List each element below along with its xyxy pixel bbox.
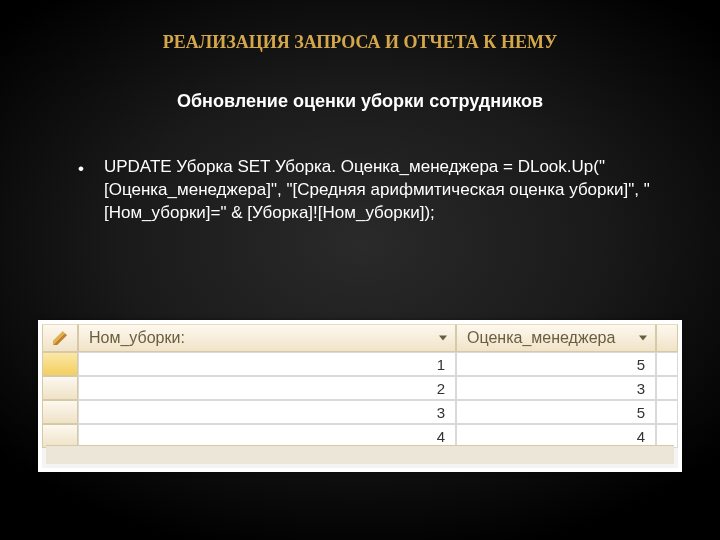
dropdown-icon[interactable] <box>439 336 447 341</box>
grid-footer <box>46 445 674 464</box>
access-table-screenshot: Ном_уборки: Оценка_менеджера 1 5 2 3 <box>38 320 682 472</box>
row-selector[interactable] <box>42 376 78 400</box>
cell-nom[interactable]: 2 <box>78 376 456 400</box>
pencil-icon <box>53 331 67 345</box>
cell-score[interactable]: 3 <box>456 376 656 400</box>
row-selector-header[interactable] <box>42 324 78 352</box>
cell-score[interactable]: 5 <box>456 400 656 424</box>
slide-subtitle: Обновление оценки уборки сотрудников <box>0 91 720 112</box>
column-header-score-label: Оценка_менеджера <box>457 329 615 347</box>
column-header-nom[interactable]: Ном_уборки: <box>78 324 456 352</box>
bullet-dot-icon: • <box>78 158 84 181</box>
cell-nom[interactable]: 3 <box>78 400 456 424</box>
cell-score[interactable]: 5 <box>456 352 656 376</box>
cell-extra[interactable] <box>656 400 678 424</box>
sql-bullet: • UPDATE Уборка SET Уборка. Оценка_менед… <box>0 156 720 225</box>
column-header-score[interactable]: Оценка_менеджера <box>456 324 656 352</box>
slide: РЕАЛИЗАЦИЯ ЗАПРОСА И ОТЧЕТА К НЕМУ Обнов… <box>0 0 720 540</box>
cell-extra[interactable] <box>656 352 678 376</box>
cell-extra[interactable] <box>656 376 678 400</box>
cell-nom[interactable]: 1 <box>78 352 456 376</box>
column-header-extra[interactable] <box>656 324 678 352</box>
dropdown-icon[interactable] <box>639 336 647 341</box>
row-selector[interactable] <box>42 400 78 424</box>
data-grid: Ном_уборки: Оценка_менеджера 1 5 2 3 <box>42 324 678 448</box>
row-selector[interactable] <box>42 352 78 376</box>
slide-title: РЕАЛИЗАЦИЯ ЗАПРОСА И ОТЧЕТА К НЕМУ <box>0 0 720 53</box>
sql-text: UPDATE Уборка SET Уборка. Оценка_менедже… <box>104 156 660 225</box>
column-header-nom-label: Ном_уборки: <box>79 329 185 347</box>
